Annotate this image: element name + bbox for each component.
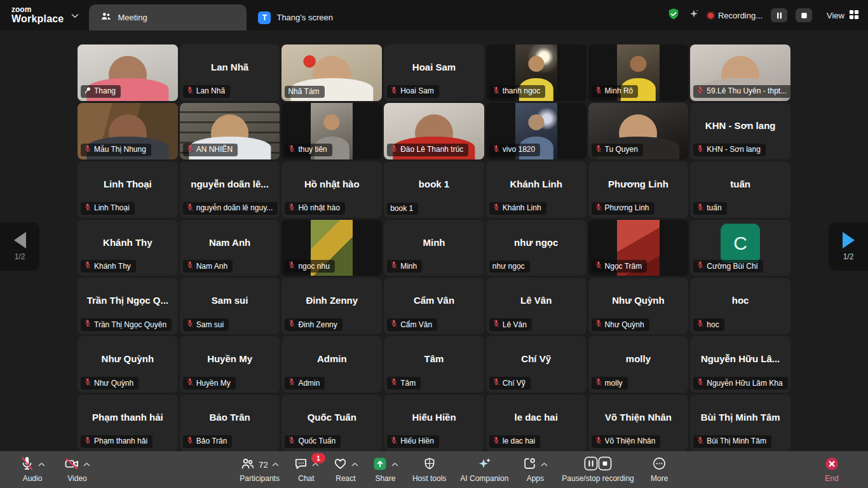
muted-mic-icon bbox=[595, 261, 602, 271]
participant-tile[interactable]: hochoc bbox=[690, 278, 790, 334]
participant-tile[interactable]: ngoc nhu bbox=[281, 220, 382, 276]
tab-meeting[interactable]: Meeting bbox=[89, 4, 247, 30]
participant-tile[interactable]: Sam suiSam sui bbox=[180, 278, 280, 334]
participant-tile[interactable]: le dac haile dac hai bbox=[486, 395, 587, 451]
caret-up-icon[interactable] bbox=[541, 460, 548, 469]
participant-tile[interactable]: Phạm thanh hảiPhạm thanh hải bbox=[78, 395, 178, 451]
muted-mic-icon bbox=[595, 203, 602, 213]
muted-mic-icon bbox=[595, 378, 602, 388]
participant-tile[interactable]: Minh Rô bbox=[588, 44, 689, 101]
toolbar-item-label: Host tools bbox=[412, 474, 446, 483]
participant-tile[interactable]: book 1book 1 bbox=[384, 161, 484, 218]
stop-recording-button[interactable] bbox=[796, 8, 812, 22]
react-button[interactable]: React bbox=[329, 455, 363, 484]
toolbar-item-label: Chat bbox=[298, 474, 314, 483]
caret-up-icon[interactable] bbox=[272, 460, 279, 469]
ai-companion-button[interactable]: AI Companion bbox=[456, 455, 513, 484]
participant-tile[interactable]: KHN - Sơn langKHN - Sơn lang bbox=[690, 103, 790, 159]
audio-button[interactable]: Audio bbox=[15, 455, 50, 484]
participant-name-label: Sam sui bbox=[183, 318, 229, 331]
pause-stop-recording-button[interactable]: Pause/stop recording bbox=[557, 455, 638, 484]
participant-tile[interactable]: Linh ThoạiLinh Thoại bbox=[78, 161, 178, 218]
participant-tile[interactable]: Nguyễn Hữu Lâ...Nguyễn Hữu Lâm Kha bbox=[690, 336, 790, 393]
participant-tile[interactable]: Tu Quyen bbox=[588, 103, 689, 159]
participant-tile[interactable]: Như QuỳnhNhư Quỳnh bbox=[588, 278, 689, 334]
participant-tile[interactable]: nguyễn doãn lê...nguyễn doãn lê nguy... bbox=[180, 161, 280, 218]
caret-up-icon[interactable] bbox=[391, 460, 398, 469]
toolbar-end: End bbox=[816, 455, 848, 484]
participant-tile[interactable]: Huyền MyHuyền My bbox=[180, 336, 280, 393]
prev-page-button[interactable]: 1/2 bbox=[0, 222, 39, 271]
participant-tile[interactable]: Đinh ZennyĐinh Zenny bbox=[281, 278, 382, 334]
participant-tile[interactable]: vivo 1820 bbox=[486, 103, 587, 159]
host-tools-button[interactable]: Host tools bbox=[408, 455, 451, 484]
participant-tile[interactable]: Phương LinhPhương Linh bbox=[588, 161, 689, 218]
participant-tile[interactable]: Hoai SamHoai Sam bbox=[384, 44, 484, 101]
pause-recording-button[interactable] bbox=[771, 8, 787, 22]
participant-tile[interactable]: Lan NhãLan Nhã bbox=[180, 44, 280, 101]
muted-mic-icon bbox=[696, 378, 704, 388]
caret-up-icon[interactable] bbox=[38, 460, 45, 469]
record-controls-icon bbox=[584, 456, 612, 473]
participant-tile[interactable]: Bùi Thị Minh TâmBùi Thị Minh Tâm bbox=[690, 395, 790, 451]
share-button[interactable]: Share bbox=[368, 455, 403, 484]
page-indicator: 1/2 bbox=[15, 252, 25, 261]
muted-mic-icon bbox=[288, 261, 295, 271]
participant-tile[interactable]: Trần Thị Ngọc Q...Trần Thị Ngọc Quyên bbox=[78, 278, 178, 334]
participant-tile[interactable]: Lê VânLê Vân bbox=[486, 278, 587, 334]
toolbar-item-label: Pause/stop recording bbox=[562, 474, 634, 483]
chat-button[interactable]: 1Chat bbox=[289, 455, 323, 484]
participants-button[interactable]: 72Participants bbox=[235, 455, 284, 484]
participant-tile[interactable]: Võ Thiện NhânVõ Thiện Nhân bbox=[588, 395, 689, 451]
participant-tile[interactable]: Bảo TrânBảo Trân bbox=[180, 395, 280, 451]
participant-tile[interactable]: AN NHIÊN bbox=[180, 103, 280, 159]
participant-tile[interactable]: Khánh ThyKhánh Thy bbox=[78, 220, 178, 276]
participant-tile[interactable]: Quốc TuấnQuốc Tuấn bbox=[281, 395, 382, 451]
participant-name-label: Đinh Zenny bbox=[285, 318, 342, 331]
participant-tile[interactable]: TâmTâm bbox=[384, 336, 484, 393]
participant-tile[interactable]: mollymolly bbox=[588, 336, 689, 393]
participant-tile[interactable]: Hiếu HiềnHiếu Hiền bbox=[384, 395, 484, 451]
participant-tile[interactable]: Như QuỳnhNhư Quỳnh bbox=[78, 336, 178, 393]
participant-tile[interactable]: 59.Lê Thu Uyên - thpt... bbox=[690, 44, 790, 101]
participant-tile[interactable]: Hồ nhật hàoHồ nhật hào bbox=[281, 161, 382, 218]
participant-center-name: le dac hai bbox=[486, 395, 587, 440]
tab-thangs-screen[interactable]: T Thang's screen bbox=[247, 4, 344, 30]
participant-tile[interactable]: thanh ngoc bbox=[486, 44, 587, 101]
participant-tile[interactable]: thuy tiên bbox=[281, 103, 382, 159]
caret-up-icon[interactable] bbox=[83, 460, 90, 469]
recording-dot-icon bbox=[708, 13, 714, 18]
participant-tile[interactable]: Nhã Tám bbox=[281, 44, 382, 101]
toolbar-item-label: Audio bbox=[23, 474, 43, 483]
participant-tile[interactable]: Mẫu Thị Nhung bbox=[78, 103, 178, 159]
shield-check-icon[interactable] bbox=[667, 8, 680, 23]
muted-mic-icon bbox=[595, 86, 602, 96]
participant-tile[interactable]: Cẩm VânCẩm Vân bbox=[384, 278, 484, 334]
participant-tile[interactable]: như ngọcnhư ngọc bbox=[486, 220, 587, 276]
caret-up-icon[interactable] bbox=[351, 460, 358, 469]
participant-tile[interactable]: Chí VỹChí Vỹ bbox=[486, 336, 587, 393]
participant-tile[interactable]: Khánh LinhKhánh Linh bbox=[486, 161, 587, 218]
participant-tile[interactable]: CCường Bùi Chí bbox=[690, 220, 790, 276]
participant-tile[interactable]: Nam AnhNam Anh bbox=[180, 220, 280, 276]
muted-mic-icon bbox=[595, 320, 602, 329]
participant-tile[interactable]: MinhMinh bbox=[384, 220, 484, 276]
participant-tile[interactable]: tuấntuấn bbox=[690, 161, 790, 218]
view-button[interactable]: View bbox=[820, 10, 859, 22]
more-button[interactable]: More bbox=[644, 455, 675, 484]
participant-center-name: Võ Thiện Nhân bbox=[588, 395, 689, 440]
participant-tile[interactable]: Đào Lê Thanh trúc bbox=[384, 103, 484, 159]
video-button[interactable]: Video bbox=[60, 455, 95, 484]
participant-tile[interactable]: Thang bbox=[78, 44, 178, 101]
participant-name-label: hoc bbox=[693, 318, 724, 331]
participant-tile[interactable]: Ngọc Trâm bbox=[588, 220, 689, 276]
chevron-down-icon[interactable] bbox=[71, 10, 79, 21]
participant-name-label: Bùi Thị Minh Tâm bbox=[693, 435, 771, 448]
participant-name-label: book 1 bbox=[387, 203, 418, 215]
next-page-button[interactable]: 1/2 bbox=[829, 222, 868, 271]
apps-button[interactable]: Apps bbox=[518, 455, 552, 484]
participant-name-label: Như Quỳnh bbox=[592, 318, 649, 331]
participant-tile[interactable]: AdminAdmin bbox=[281, 336, 382, 393]
sparkle-icon[interactable] bbox=[688, 8, 700, 22]
end-button[interactable]: End bbox=[816, 455, 848, 484]
